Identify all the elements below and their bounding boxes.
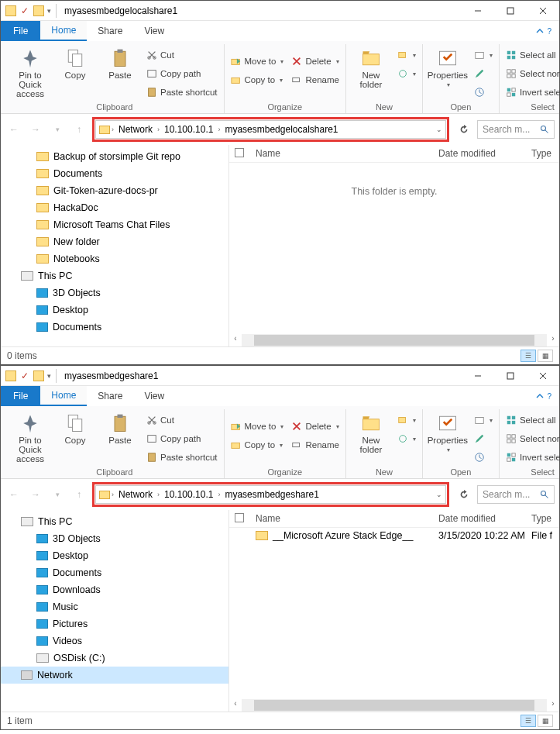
maximize-button[interactable] (494, 366, 527, 386)
history-button[interactable] (472, 84, 494, 100)
select-all-checkbox[interactable] (235, 148, 244, 157)
chevron-right-icon[interactable]: › (156, 126, 161, 133)
column-header-name[interactable]: Name (249, 513, 438, 524)
tree-item[interactable]: Network (1, 667, 228, 684)
up-button[interactable]: ↑ (70, 486, 88, 503)
copy-to-button[interactable]: Copy to (229, 437, 286, 453)
tree-item[interactable]: This PC (1, 267, 228, 284)
column-header-name[interactable]: Name (249, 148, 438, 159)
column-header-date[interactable]: Date modified (438, 148, 531, 159)
edit-button[interactable] (472, 66, 494, 81)
breadcrumb-folder[interactable]: myasesmbedgeshare1 (222, 489, 321, 500)
tree-item[interactable]: New folder (1, 233, 228, 250)
select-none-button[interactable]: Select none (504, 66, 560, 81)
easy-access-button[interactable] (396, 431, 417, 446)
tree-item[interactable]: Backup of storsimple Git repo (1, 148, 228, 165)
copy-button[interactable]: Copy (55, 44, 95, 80)
tab-home[interactable]: Home (40, 21, 87, 41)
back-button[interactable]: ← (5, 486, 22, 503)
tab-home[interactable]: Home (40, 386, 87, 406)
qat-dropdown-icon[interactable]: ▾ (47, 372, 51, 380)
copy-path-button[interactable]: Copy path (145, 66, 219, 81)
collapse-ribbon-button[interactable]: ? (527, 386, 559, 406)
breadcrumb-ip[interactable]: 10.100.10.1 (161, 489, 216, 500)
refresh-button[interactable] (455, 121, 472, 138)
tree-item[interactable]: 3D Objects (1, 530, 228, 547)
horizontal-scrollbar[interactable] (242, 334, 547, 346)
paste-shortcut-button[interactable]: Paste shortcut (145, 84, 219, 100)
tab-share[interactable]: Share (87, 21, 133, 41)
delete-button[interactable]: Delete (290, 419, 340, 434)
pin-to-quick-access-button[interactable]: Pin to Quick access (10, 44, 50, 98)
invert-selection-button[interactable]: Invert selection (504, 450, 560, 465)
minimize-button[interactable] (462, 1, 494, 21)
qat-properties-icon[interactable]: ✓ (19, 5, 30, 16)
tree-item[interactable]: This PC (1, 513, 228, 530)
qat-properties-icon[interactable]: ✓ (19, 370, 30, 381)
paste-button[interactable]: Paste (100, 409, 140, 445)
tree-item[interactable]: Music (1, 598, 228, 615)
scroll-right-button[interactable]: › (547, 699, 559, 712)
open-button[interactable] (472, 412, 494, 428)
easy-access-button[interactable] (396, 66, 417, 81)
move-to-button[interactable]: Move to (229, 53, 286, 69)
tree-item[interactable]: OSDisk (C:) (1, 650, 228, 667)
breadcrumb-network[interactable]: Network (115, 489, 156, 500)
tab-share[interactable]: Share (87, 386, 133, 406)
file-row[interactable]: __Microsoft Azure Stack Edge__ 3/15/2020… (229, 528, 559, 543)
delete-button[interactable]: Delete (290, 53, 340, 69)
close-button[interactable] (527, 366, 559, 386)
new-item-button[interactable] (396, 412, 417, 428)
tree-item[interactable]: Pictures (1, 615, 228, 632)
scroll-left-button[interactable]: ‹ (229, 699, 242, 712)
details-view-button[interactable]: ☰ (520, 715, 536, 727)
new-folder-button[interactable]: New folder (351, 44, 391, 89)
pin-to-quick-access-button[interactable]: Pin to Quick access (10, 409, 50, 463)
column-header-type[interactable]: Type (531, 513, 559, 524)
paste-shortcut-button[interactable]: Paste shortcut (145, 450, 219, 465)
nav-tree[interactable]: Backup of storsimple Git repo Documents … (1, 145, 229, 346)
tree-item[interactable]: Documents (1, 165, 228, 182)
select-all-button[interactable]: Select all (504, 412, 560, 428)
address-dropdown-icon[interactable]: ⌄ (436, 126, 442, 133)
select-all-button[interactable]: Select all (504, 47, 560, 63)
new-item-button[interactable] (396, 47, 417, 63)
close-button[interactable] (527, 1, 559, 21)
tab-view[interactable]: View (133, 386, 175, 406)
properties-button[interactable]: Properties (428, 44, 468, 88)
history-button[interactable] (472, 450, 494, 465)
tree-item[interactable]: Desktop (1, 302, 228, 319)
search-input[interactable]: Search m... (477, 485, 555, 504)
tree-item[interactable]: Documents (1, 564, 228, 581)
tree-item[interactable]: Documents (1, 319, 228, 336)
tree-item[interactable]: Microsoft Teams Chat Files (1, 216, 228, 233)
back-button[interactable]: ← (5, 121, 22, 138)
edit-button[interactable] (472, 431, 494, 446)
maximize-button[interactable] (494, 1, 527, 21)
tree-item[interactable]: Desktop (1, 547, 228, 564)
qat-dropdown-icon[interactable]: ▾ (47, 7, 51, 15)
minimize-button[interactable] (462, 366, 494, 386)
tree-item[interactable]: Downloads (1, 581, 228, 598)
rename-button[interactable]: Rename (290, 72, 340, 88)
rename-button[interactable]: Rename (290, 437, 340, 453)
copy-button[interactable]: Copy (55, 409, 95, 445)
tab-file[interactable]: File (1, 21, 40, 41)
breadcrumb-ip[interactable]: 10.100.10.1 (161, 124, 216, 135)
icons-view-button[interactable]: ▦ (538, 715, 553, 727)
recent-dropdown[interactable]: ▾ (49, 121, 66, 138)
forward-button[interactable]: → (27, 121, 44, 138)
copy-path-button[interactable]: Copy path (145, 431, 219, 446)
cut-button[interactable]: Cut (145, 412, 219, 428)
horizontal-scrollbar[interactable] (242, 699, 547, 712)
scroll-right-button[interactable]: › (547, 334, 559, 346)
address-bar[interactable]: › Network › 10.100.10.1 › myasesmbedgesh… (95, 485, 446, 504)
chevron-right-icon[interactable]: › (110, 491, 115, 498)
select-all-checkbox[interactable] (235, 513, 244, 522)
column-header-type[interactable]: Type (531, 148, 559, 159)
breadcrumb-network[interactable]: Network (115, 124, 156, 135)
tree-item[interactable]: Notebooks (1, 250, 228, 267)
address-dropdown-icon[interactable]: ⌄ (436, 491, 442, 498)
tab-view[interactable]: View (133, 21, 175, 41)
recent-dropdown[interactable]: ▾ (49, 486, 66, 503)
